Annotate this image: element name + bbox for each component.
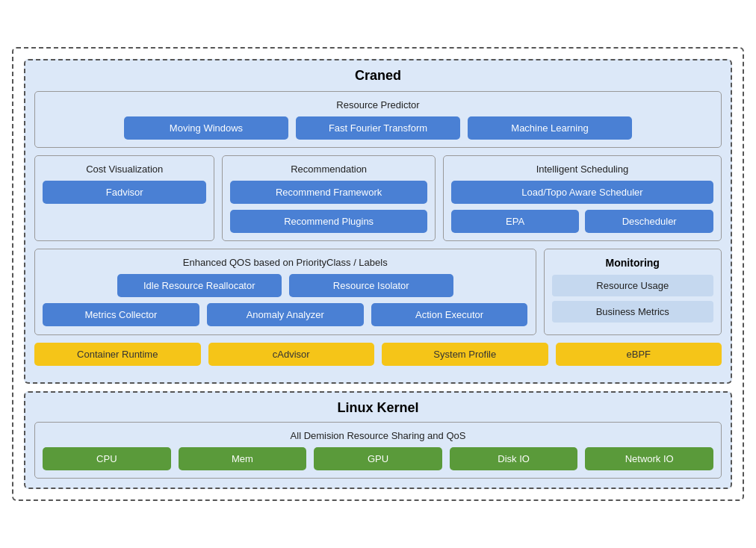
fadvisor-btn[interactable]: Fadvisor <box>43 181 206 204</box>
monitoring-box: Monitoring Resource Usage Business Metri… <box>544 249 722 335</box>
middle-row: Cost Visualization Fadvisor Recommendati… <box>34 155 722 241</box>
craned-title: Craned <box>34 68 722 84</box>
resource-predictor-buttons: Moving Windows Fast Fourier Transform Ma… <box>44 116 712 140</box>
intelligent-scheduling-title: Intelligent Scheduling <box>451 164 713 175</box>
system-profile-btn[interactable]: System Profile <box>382 343 548 366</box>
qos-label: Enhanced QOS based on PriorityClass / La… <box>43 257 528 268</box>
container-runtime-btn[interactable]: Container Runtime <box>34 343 201 366</box>
qos-row1: Idle Resource Reallocator Resource Isola… <box>43 274 528 297</box>
linux-inner: All Demision Resource Sharing and QoS CP… <box>34 422 722 479</box>
disk-io-btn[interactable]: Disk IO <box>450 447 578 470</box>
intelligent-scheduling-box: Intelligent Scheduling Load/Topo Aware S… <box>443 155 722 241</box>
cadvisor-btn[interactable]: cAdvisor <box>208 343 375 366</box>
yellow-row: Container Runtime cAdvisor System Profil… <box>34 343 722 366</box>
linux-subtitle: All Demision Resource Sharing and QoS <box>43 430 713 441</box>
recommendation-box: Recommendation Recommend Framework Recom… <box>222 155 435 241</box>
load-topo-btn[interactable]: Load/Topo Aware Scheduler <box>451 181 713 204</box>
fast-fourier-btn[interactable]: Fast Fourier Transform <box>296 116 460 140</box>
diagram-wrapper: Craned Resource Predictor Moving Windows… <box>12 47 744 501</box>
recommend-plugins-btn[interactable]: Recommend Plugins <box>230 210 427 233</box>
cost-visualization-title: Cost Visualization <box>43 164 206 175</box>
mem-btn[interactable]: Mem <box>179 447 307 470</box>
idle-resource-btn[interactable]: Idle Resource Reallocator <box>117 274 282 297</box>
linux-resources: CPU Mem GPU Disk IO Network IO <box>43 447 713 470</box>
metrics-collector-btn[interactable]: Metrics Collector <box>43 303 199 326</box>
network-io-btn[interactable]: Network IO <box>585 447 713 470</box>
resource-usage-item: Resource Usage <box>552 275 714 296</box>
moving-windows-btn[interactable]: Moving Windows <box>124 116 288 140</box>
action-executor-btn[interactable]: Action Executor <box>371 303 528 326</box>
machine-learning-btn[interactable]: Machine Learning <box>468 116 632 140</box>
business-metrics-item: Business Metrics <box>552 301 714 323</box>
qos-monitoring-row: Enhanced QOS based on PriorityClass / La… <box>34 249 722 335</box>
gpu-btn[interactable]: GPU <box>314 447 442 470</box>
qos-box: Enhanced QOS based on PriorityClass / La… <box>34 249 536 335</box>
cost-visualization-box: Cost Visualization Fadvisor <box>34 155 214 241</box>
resource-predictor-label: Resource Predictor <box>44 99 712 110</box>
resource-isolator-btn[interactable]: Resource Isolator <box>289 274 453 297</box>
descheduler-btn[interactable]: Descheduler <box>585 210 713 233</box>
cpu-btn[interactable]: CPU <box>43 447 171 470</box>
recommend-framework-btn[interactable]: Recommend Framework <box>230 181 427 204</box>
resource-predictor-box: Resource Predictor Moving Windows Fast F… <box>34 91 722 148</box>
monitoring-title: Monitoring <box>552 257 714 269</box>
qos-row2: Metrics Collector Anomaly Analyzer Actio… <box>43 303 528 326</box>
linux-box: Linux Kernel All Demision Resource Shari… <box>24 391 732 489</box>
anomaly-analyzer-btn[interactable]: Anomaly Analyzer <box>207 303 364 326</box>
linux-title: Linux Kernel <box>34 400 722 416</box>
recommendation-title: Recommendation <box>230 164 427 175</box>
craned-box: Craned Resource Predictor Moving Windows… <box>24 59 732 384</box>
ebpf-btn[interactable]: eBPF <box>556 343 722 366</box>
epa-btn[interactable]: EPA <box>451 210 580 233</box>
